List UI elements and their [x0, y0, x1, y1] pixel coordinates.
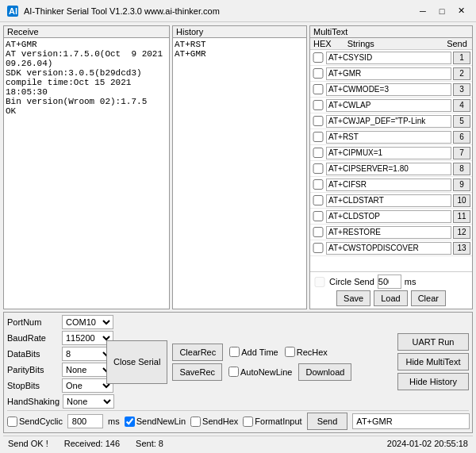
- mt-checkbox-8[interactable]: [312, 163, 324, 174]
- stopbits-label: StopBits: [7, 381, 59, 390]
- mt-input-5[interactable]: [326, 115, 451, 128]
- portnum-label: PortNum: [7, 317, 59, 327]
- mt-input-3[interactable]: [326, 83, 451, 96]
- mt-send-btn-5[interactable]: 5: [453, 115, 470, 128]
- mt-checkbox-4[interactable]: [312, 100, 324, 110]
- connect-button[interactable]: Close Serial: [106, 340, 167, 384]
- mt-checkbox-5[interactable]: [312, 116, 324, 126]
- controls-row1: PortNum COM10 BaudRate 115200 DataBits 8: [7, 315, 469, 409]
- hide-history-button[interactable]: Hide History: [397, 373, 469, 390]
- mt-checkbox-2[interactable]: [312, 68, 324, 79]
- mt-send-btn-4[interactable]: 4: [453, 99, 470, 112]
- receive-textarea[interactable]: AT+GMR AT version:1.7.5.0(Oct 9 2021 09.…: [4, 38, 169, 309]
- mt-checkbox-12[interactable]: [312, 227, 324, 237]
- mt-send-btn-8[interactable]: 8: [453, 163, 470, 175]
- mt-checkbox-13[interactable]: [312, 243, 324, 253]
- mt-checkbox-9[interactable]: [312, 179, 324, 190]
- mt-checkbox-6[interactable]: [312, 132, 324, 142]
- mt-input-9[interactable]: [326, 179, 451, 191]
- mt-send-btn-3[interactable]: 3: [453, 83, 470, 96]
- sendhex-checkbox[interactable]: [190, 417, 201, 427]
- mt-send-btn-1[interactable]: 1: [453, 52, 470, 64]
- maximize-button[interactable]: □: [433, 4, 451, 18]
- mt-send-btn-12[interactable]: 12: [453, 226, 470, 239]
- formatinput-check-label[interactable]: FormatInput: [243, 417, 301, 427]
- autonewline-check-label[interactable]: AutoNewLine: [228, 367, 292, 377]
- mt-input-4[interactable]: [326, 99, 451, 112]
- handshaking-select[interactable]: None: [63, 394, 114, 409]
- circle-send-value[interactable]: [378, 274, 401, 289]
- mid-row2: SaveRec AutoNewLine Download: [172, 363, 351, 381]
- hide-multitext-button[interactable]: Hide MultiText: [397, 353, 469, 370]
- send-ok-status: Send OK !: [8, 439, 48, 448]
- mt-send-btn-10[interactable]: 10: [453, 194, 470, 207]
- handshaking-label: HandShaking: [7, 397, 60, 406]
- send-input[interactable]: [352, 413, 470, 429]
- history-textarea[interactable]: AT+RST AT+GMR: [173, 38, 306, 309]
- circle-send-checkbox[interactable]: [313, 277, 326, 287]
- rechex-checkbox[interactable]: [285, 347, 295, 357]
- uart-run-button[interactable]: UART Run: [397, 333, 469, 351]
- clearrec-button[interactable]: ClearRec: [172, 344, 223, 361]
- mt-checkbox-7[interactable]: [312, 148, 324, 158]
- databits-row: DataBits 8: [7, 347, 102, 361]
- minimize-button[interactable]: ─: [414, 4, 432, 18]
- mt-checkbox-10[interactable]: [312, 195, 324, 205]
- close-button[interactable]: ✕: [452, 4, 470, 18]
- strings-header: Strings: [332, 39, 445, 48]
- sendcyclic-ms-input[interactable]: [67, 414, 103, 428]
- sendhex-check-label[interactable]: SendHex: [190, 417, 238, 427]
- mt-input-6[interactable]: [326, 131, 451, 144]
- window-title: AI-Thinker Serial Tool V1.2.3.0 www.ai-t…: [24, 6, 414, 16]
- mt-send-btn-6[interactable]: 6: [453, 131, 470, 144]
- databits-label: DataBits: [7, 349, 59, 359]
- multitext-row: 7: [310, 145, 472, 161]
- autonewline-checkbox[interactable]: [228, 367, 239, 377]
- mt-send-btn-13[interactable]: 13: [453, 242, 470, 255]
- circle-send-row: Circle Send ms: [313, 274, 469, 289]
- sendcyclic-checkbox[interactable]: [7, 417, 17, 427]
- mt-send-btn-11[interactable]: 11: [453, 210, 470, 223]
- title-bar-buttons: ─ □ ✕: [414, 4, 470, 18]
- rechex-check-label[interactable]: RecHex: [285, 347, 328, 357]
- send-button[interactable]: Send: [307, 413, 348, 430]
- download-button[interactable]: Download: [298, 363, 351, 381]
- saverec-button[interactable]: SaveRec: [172, 363, 222, 381]
- multitext-row: 8: [310, 161, 472, 177]
- mt-input-11[interactable]: [326, 210, 451, 223]
- formatinput-checkbox[interactable]: [243, 417, 253, 427]
- sendnewline-checkbox[interactable]: [125, 417, 135, 427]
- mt-input-10[interactable]: [326, 194, 451, 207]
- mt-checkbox-11[interactable]: [312, 211, 324, 221]
- baudrate-label: BaudRate: [7, 333, 59, 343]
- mt-send-btn-7[interactable]: 7: [453, 147, 470, 159]
- mt-send-btn-9[interactable]: 9: [453, 179, 470, 191]
- portnum-select[interactable]: COM10: [62, 315, 113, 329]
- middle-section: ClearRec Add Time RecHex SaveRec AutoNew…: [172, 344, 351, 381]
- mt-input-13[interactable]: [326, 242, 451, 255]
- sent-status: Sent: 8: [136, 439, 163, 448]
- save-button[interactable]: Save: [336, 290, 370, 306]
- handshaking-row: HandShaking None: [7, 394, 102, 409]
- addtime-check-label[interactable]: Add Time: [229, 347, 278, 357]
- clear-button[interactable]: Clear: [411, 290, 446, 306]
- multitext-row: 10: [310, 193, 472, 209]
- mt-input-8[interactable]: [326, 163, 451, 175]
- mt-input-1[interactable]: [326, 52, 451, 64]
- formatinput-label: FormatInput: [255, 417, 301, 426]
- mt-input-2[interactable]: [326, 67, 451, 80]
- multitext-panel: MultiText HEX Strings Send 1234567891011…: [309, 25, 473, 309]
- sendcyclic-check-label[interactable]: SendCyclic: [7, 417, 63, 427]
- mt-checkbox-1[interactable]: [312, 52, 324, 63]
- mt-send-btn-2[interactable]: 2: [453, 67, 470, 80]
- multitext-rows: 12345678910111213: [310, 50, 472, 271]
- mt-input-7[interactable]: [326, 147, 451, 159]
- addtime-label: Add Time: [241, 347, 278, 357]
- sendnewline-check-label[interactable]: SendNewLin: [125, 417, 186, 427]
- mt-checkbox-3[interactable]: [312, 84, 324, 94]
- sendhex-label: SendHex: [202, 417, 238, 426]
- load-button[interactable]: Load: [374, 290, 407, 306]
- mt-input-12[interactable]: [326, 226, 451, 239]
- controls-row2: SendCyclic ms SendNewLin SendHex FormatI…: [7, 410, 469, 430]
- addtime-checkbox[interactable]: [229, 347, 240, 357]
